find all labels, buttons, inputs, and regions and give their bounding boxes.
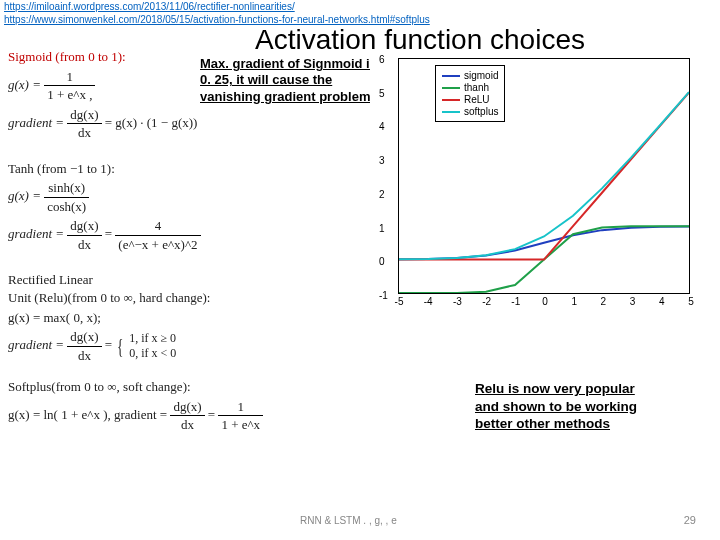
softplus-g-eq: g(x) = ln( 1 + e^x ), gradient = [8, 407, 167, 422]
page-number: 29 [684, 514, 696, 526]
x-tick: -4 [424, 296, 433, 307]
y-tick: 5 [379, 87, 385, 98]
numerator: dg(x) [67, 328, 101, 347]
x-tick: 1 [571, 296, 577, 307]
numerator: dg(x) [67, 106, 101, 125]
x-tick: 5 [688, 296, 694, 307]
plot-area: sigmoidthanhReLUsoftplus -10123456-5-4-3… [398, 58, 690, 294]
legend-item: sigmoid [442, 70, 498, 81]
footer-text: RNN & LSTM . , g, , e [300, 515, 397, 526]
x-tick: -2 [482, 296, 491, 307]
numerator: 1 [218, 398, 263, 417]
legend-label: thanh [464, 82, 489, 93]
y-tick: -1 [379, 290, 388, 301]
legend-label: softplus [464, 106, 498, 117]
eq-label: gradient = [8, 337, 64, 352]
note-line: better other methods [475, 415, 637, 433]
eq-rhs: = g(x) · (1 − g(x)) [105, 115, 198, 130]
legend-label: ReLU [464, 94, 490, 105]
legend-item: softplus [442, 106, 498, 117]
relu-header: Rectified Linear [8, 271, 348, 289]
eq-label: g(x) = [8, 188, 41, 203]
eq-label: g(x) = [8, 77, 41, 92]
denominator: 1 + e^x , [44, 86, 95, 104]
legend-label: sigmoid [464, 70, 498, 81]
x-tick: 2 [601, 296, 607, 307]
case-line: 0, if x < 0 [129, 346, 176, 362]
numerator: dg(x) [170, 398, 204, 417]
y-tick: 1 [379, 222, 385, 233]
x-tick: 3 [630, 296, 636, 307]
y-tick: 3 [379, 155, 385, 166]
numerator: dg(x) [67, 217, 101, 236]
softplus-header: Softplus(from 0 to ∞, soft change): [8, 378, 348, 396]
y-tick: 4 [379, 121, 385, 132]
sigmoid-header: Sigmoid (from 0 to 1): [8, 49, 126, 64]
relu-subheader: Unit (Relu)(from 0 to ∞, hard change): [8, 289, 348, 307]
denominator: (e^−x + e^x)^2 [115, 236, 200, 254]
legend-item: thanh [442, 82, 498, 93]
legend-swatch [442, 111, 460, 113]
denominator: dx [67, 347, 101, 365]
denominator: cosh(x) [44, 198, 89, 216]
relu-g-eq: g(x) = max( 0, x); [8, 309, 348, 327]
y-tick: 0 [379, 256, 385, 267]
legend-item: ReLU [442, 94, 498, 105]
numerator: 4 [115, 217, 200, 236]
note-line: and shown to be working [475, 398, 637, 416]
legend-swatch [442, 75, 460, 77]
x-tick: -3 [453, 296, 462, 307]
eq-label: gradient = [8, 226, 64, 241]
y-tick: 2 [379, 188, 385, 199]
note-line: Relu is now very popular [475, 380, 637, 398]
legend-swatch [442, 99, 460, 101]
y-tick: 6 [379, 54, 385, 65]
source-link-1[interactable]: https://imiloainf.wordpress.com/2013/11/… [0, 0, 720, 13]
tanh-header: Tanh (from −1 to 1): [8, 160, 348, 178]
chart-legend: sigmoidthanhReLUsoftplus [435, 65, 505, 122]
brace-icon: { [117, 331, 123, 361]
formula-column: Sigmoid (from 0 to 1): g(x) = 11 + e^x ,… [8, 48, 348, 442]
x-tick: -5 [395, 296, 404, 307]
numerator: 1 [44, 68, 95, 87]
denominator: dx [170, 416, 204, 434]
denominator: dx [67, 124, 101, 142]
case-line: 1, if x ≥ 0 [129, 331, 176, 347]
numerator: sinh(x) [44, 179, 89, 198]
x-tick: -1 [511, 296, 520, 307]
activation-chart: sigmoidthanhReLUsoftplus -10123456-5-4-3… [370, 52, 700, 317]
legend-swatch [442, 87, 460, 89]
denominator: 1 + e^x [218, 416, 263, 434]
denominator: dx [67, 236, 101, 254]
x-tick: 4 [659, 296, 665, 307]
eq-label: gradient = [8, 115, 64, 130]
x-tick: 0 [542, 296, 548, 307]
relu-note: Relu is now very popular and shown to be… [475, 380, 637, 433]
